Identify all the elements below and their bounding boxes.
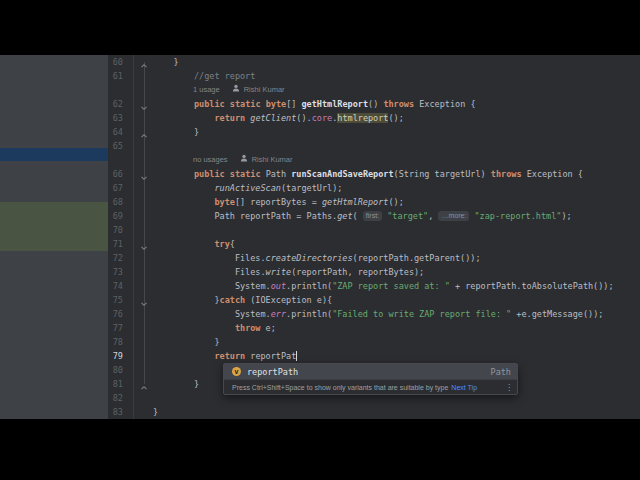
token-s: "target"	[387, 211, 428, 221]
completion-item-label: reportPath	[247, 367, 298, 377]
token-t	[153, 113, 214, 123]
token-t: e;	[260, 323, 275, 333]
gutter-separator	[133, 55, 134, 419]
token-t	[153, 99, 194, 109]
token-t: }	[153, 337, 220, 347]
inlay-hint: …more:	[438, 211, 469, 221]
token-t: ().	[296, 113, 311, 123]
panel-vcs-green-stripe[interactable]	[0, 202, 108, 251]
completion-item-type: Path	[491, 367, 511, 377]
chevron-up-icon[interactable]	[140, 58, 148, 66]
panel-selected-item-stripe[interactable]	[0, 148, 108, 161]
completion-popup: v reportPath Path Press Ctrl+Shift+Space…	[223, 363, 518, 395]
kebab-menu-icon[interactable]: ⋮	[505, 383, 513, 392]
token-t	[153, 183, 214, 193]
usage-count-label[interactable]: no usages	[193, 153, 228, 167]
token-t: Files.	[153, 267, 266, 277]
token-t: }	[153, 127, 199, 137]
token-k: throw	[235, 323, 261, 333]
token-s: "zap-report.html"	[474, 211, 561, 221]
token-t: }	[153, 295, 220, 305]
chevron-down-icon[interactable]	[140, 100, 148, 108]
token-t: Path reportPath = Paths.	[153, 211, 337, 221]
person-icon	[240, 153, 248, 167]
token-k: try	[214, 239, 229, 249]
token-i: getHtmlReport	[322, 197, 389, 207]
token-m: runScanAndSaveReport	[291, 169, 393, 179]
token-i: getClient	[250, 113, 296, 123]
token-t: [] reportBytes =	[235, 197, 322, 207]
token-k: public	[194, 99, 225, 109]
token-t: }	[153, 407, 158, 417]
token-i: runActiveScan	[214, 183, 281, 193]
completion-item-reportpath[interactable]: v reportPath Path	[224, 364, 517, 379]
token-t: reportPat	[245, 351, 296, 361]
token-k: static	[230, 169, 261, 179]
token-t: ()	[368, 99, 383, 109]
token-t: Exception {	[414, 99, 475, 109]
chevron-up-icon[interactable]	[140, 380, 148, 388]
variable-icon: v	[232, 367, 241, 376]
chevron-down-icon[interactable]	[140, 296, 148, 304]
token-s: "Failed to write ZAP report file: "	[332, 309, 511, 319]
person-icon	[232, 83, 240, 97]
token-t: (reportPath, reportBytes);	[291, 267, 424, 277]
token-i: write	[266, 267, 292, 277]
token-t: Exception {	[522, 169, 583, 179]
token-t: []	[286, 99, 301, 109]
token-t: System.	[153, 281, 271, 291]
token-i: get	[337, 211, 352, 221]
token-t: ,	[428, 211, 438, 221]
token-k: throws	[491, 169, 522, 179]
token-k: catch	[220, 295, 246, 305]
token-t: (IOException e){	[245, 295, 332, 305]
token-t: (targetUrl);	[281, 183, 342, 193]
token-t	[153, 239, 214, 249]
text-caret	[296, 351, 297, 361]
usage-count-label[interactable]: 1 usage	[193, 83, 220, 97]
token-fi: err	[271, 309, 286, 319]
token-t: ();	[388, 197, 403, 207]
token-i: createDirectories	[266, 253, 353, 263]
token-k: return	[214, 351, 245, 361]
chevron-down-icon[interactable]	[140, 240, 148, 248]
token-t: }	[153, 57, 179, 67]
token-t: + reportPath.toAbsolutePath());	[450, 281, 614, 291]
token-t: Files.	[153, 253, 266, 263]
token-m: getHtmlReport	[301, 99, 368, 109]
token-t	[153, 351, 214, 361]
token-t: {	[230, 239, 235, 249]
token-f: core	[312, 113, 332, 123]
token-t: ();	[388, 113, 403, 123]
token-s: "ZAP report saved at: "	[332, 281, 450, 291]
token-t	[153, 323, 235, 333]
token-k: static	[230, 99, 261, 109]
token-t: .println(	[286, 281, 332, 291]
inlay-hint: first:	[363, 211, 382, 221]
project-panel[interactable]	[0, 55, 108, 419]
chevron-up-icon[interactable]	[140, 128, 148, 136]
token-t: (reportPath.getParent());	[353, 253, 481, 263]
token-fi: out	[271, 281, 286, 291]
next-tip-link[interactable]: Next Tip	[451, 384, 477, 391]
token-t: );	[561, 211, 571, 221]
token-t	[153, 169, 194, 179]
token-k: byte	[266, 99, 286, 109]
token-k: return	[214, 113, 245, 123]
video-frame: 60 }61 //get report1 usageRishi Kumar62 …	[0, 0, 640, 480]
token-t: (	[353, 211, 363, 221]
token-k: throws	[383, 99, 414, 109]
token-k: byte	[214, 197, 234, 207]
token-t: (String targetUrl)	[394, 169, 491, 179]
token-t	[153, 197, 214, 207]
token-t: System.	[153, 309, 271, 319]
token-t: +e.getMessage());	[511, 309, 603, 319]
ide-content: 60 }61 //get report1 usageRishi Kumar62 …	[0, 55, 640, 419]
author-label: Rishi Kumar	[244, 83, 285, 97]
completion-footer-hint: Press Ctrl+Shift+Space to show only vari…	[232, 384, 448, 391]
token-k: public	[194, 169, 225, 179]
chevron-down-icon[interactable]	[140, 170, 148, 178]
token-u: htmlreport	[337, 113, 388, 123]
token-t: .println(	[286, 309, 332, 319]
token-t: }	[153, 379, 199, 389]
